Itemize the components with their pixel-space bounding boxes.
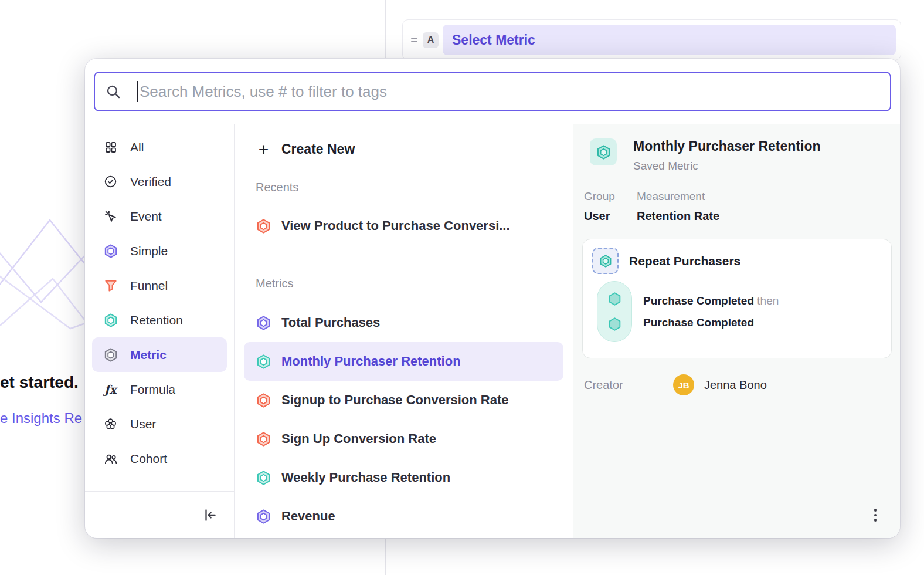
detail-meta: Group User Measurement Retention Rate xyxy=(584,190,900,223)
sidebar-item-formula[interactable]: ƒx Formula xyxy=(92,372,227,407)
metric-item-label: Signup to Purchase Conversion Rate xyxy=(281,393,509,408)
sidebar-item-label: Formula xyxy=(130,383,175,397)
recent-metric-item[interactable]: View Product to Purchase Conversi... xyxy=(244,207,563,245)
measurement-label: Measurement xyxy=(637,190,719,203)
metric-list-column: + Create New Recents View Product to Pur… xyxy=(235,124,573,538)
collapse-left-icon[interactable] xyxy=(202,508,218,523)
metric-item-total-purchases[interactable]: Total Purchases xyxy=(244,303,563,342)
text-caret xyxy=(137,81,138,102)
metric-picker-modal: All Verified Event xyxy=(85,59,900,538)
verified-badge-icon xyxy=(103,174,118,190)
sidebar-item-simple[interactable]: Simple xyxy=(92,234,227,268)
detail-subtitle: Saved Metric xyxy=(633,160,820,172)
sidebar-item-metric[interactable]: Metric xyxy=(92,337,227,372)
sidebar-item-label: All xyxy=(130,140,144,154)
sidebar-item-label: Cohort xyxy=(130,452,167,466)
metric-item-monthly-purchaser-retention[interactable]: Monthly Purchaser Retention xyxy=(244,342,563,381)
metric-item-revenue[interactable]: Revenue xyxy=(244,497,563,536)
detail-footer xyxy=(573,492,900,538)
search-input[interactable] xyxy=(140,83,879,101)
grid-icon xyxy=(103,139,118,155)
drag-handle-icon[interactable] xyxy=(409,38,419,42)
group-value: User xyxy=(584,209,637,223)
metric-definition-card: Repeat Purchasers Purchase Completed the… xyxy=(582,239,892,358)
metric-item-label: Revenue xyxy=(281,509,335,524)
definition-title: Repeat Purchasers xyxy=(629,254,740,268)
funnel-icon xyxy=(103,278,118,293)
sidebar-item-user[interactable]: User xyxy=(92,407,227,441)
metric-search-bar[interactable] xyxy=(94,72,891,111)
metric-item-label: View Product to Purchase Conversi... xyxy=(281,218,510,234)
metric-slot-row: A Select Metric xyxy=(402,19,901,60)
simple-hexagon-icon xyxy=(103,243,118,259)
event-hexagon-icon xyxy=(607,317,622,332)
recents-section-header: Recents xyxy=(244,168,563,207)
simple-metric-hexagon-icon xyxy=(256,315,271,331)
detail-title: Monthly Purchaser Retention xyxy=(633,138,820,154)
metric-item-label: Monthly Purchaser Retention xyxy=(281,354,461,369)
select-metric-field[interactable]: Select Metric xyxy=(443,25,896,55)
background-headline-fragment: et started. xyxy=(0,373,79,392)
retention-metric-hexagon-icon xyxy=(256,354,271,370)
detail-header: Monthly Purchaser Retention Saved Metric xyxy=(590,138,900,172)
measurement-value: Retention Rate xyxy=(637,209,719,223)
creator-row: Creator JB Jenna Bono xyxy=(584,374,900,395)
sidebar-item-event[interactable]: Event xyxy=(92,199,227,234)
simple-metric-hexagon-icon xyxy=(256,509,271,525)
creator-label: Creator xyxy=(584,378,673,392)
create-new-button[interactable]: + Create New xyxy=(244,130,563,168)
sidebar-footer xyxy=(85,491,234,538)
creator-avatar: JB xyxy=(673,374,694,395)
sidebar-item-label: Retention xyxy=(130,313,183,327)
group-label: Group xyxy=(584,190,637,203)
dashed-metric-icon xyxy=(592,248,619,274)
metric-item-label: Sign Up Conversion Rate xyxy=(281,431,436,447)
metric-item-label: Total Purchases xyxy=(281,315,380,330)
sidebar-item-label: Verified xyxy=(130,175,171,189)
sidebar-item-verified[interactable]: Verified xyxy=(92,164,227,199)
then-connector: then xyxy=(757,295,779,307)
flower-icon xyxy=(103,416,118,432)
funnel-metric-hexagon-icon xyxy=(256,393,271,408)
metrics-section-header: Metrics xyxy=(244,255,563,303)
sidebar-item-label: Simple xyxy=(130,244,168,258)
people-icon xyxy=(103,451,118,466)
event-sequence-pill xyxy=(597,281,632,342)
sidebar-item-cohort[interactable]: Cohort xyxy=(92,441,227,476)
create-new-label: Create New xyxy=(281,141,355,157)
sidebar-item-label: Event xyxy=(130,209,162,224)
formula-icon: ƒx xyxy=(103,381,118,397)
filter-sidebar: All Verified Event xyxy=(85,124,235,538)
more-options-icon[interactable] xyxy=(874,509,877,522)
retention-metric-badge-icon xyxy=(590,138,617,165)
sidebar-item-all[interactable]: All xyxy=(92,130,227,164)
metric-item-sign-up-conversion-rate[interactable]: Sign Up Conversion Rate xyxy=(244,420,563,458)
definition-step-1: Purchase Completed then xyxy=(643,295,779,307)
funnel-metric-hexagon-icon xyxy=(256,218,271,234)
sidebar-item-label: User xyxy=(130,417,156,431)
search-icon xyxy=(106,84,121,100)
retention-hexagon-icon xyxy=(103,312,118,328)
cursor-click-icon xyxy=(103,208,118,224)
metric-item-weekly-purchase-retention[interactable]: Weekly Purchase Retention xyxy=(244,458,563,497)
sidebar-item-label: Funnel xyxy=(130,279,168,293)
background-insights-link-fragment[interactable]: e Insights Re xyxy=(0,410,82,427)
creator-name: Jenna Bono xyxy=(704,378,767,392)
funnel-metric-hexagon-icon xyxy=(256,431,271,447)
retention-metric-hexagon-icon xyxy=(256,470,271,486)
metric-hexagon-icon xyxy=(103,347,118,363)
plus-icon: + xyxy=(256,141,271,157)
metric-item-signup-to-purchase-conversion-rate[interactable]: Signup to Purchase Conversion Rate xyxy=(244,381,563,420)
definition-step-2: Purchase Completed xyxy=(643,316,779,329)
event-letter-badge: A xyxy=(423,32,439,48)
sidebar-item-label: Metric xyxy=(130,348,167,362)
event-hexagon-icon xyxy=(607,292,622,306)
metric-detail-panel: Monthly Purchaser Retention Saved Metric… xyxy=(573,124,900,538)
sidebar-item-retention[interactable]: Retention xyxy=(92,303,227,337)
metric-item-label: Weekly Purchase Retention xyxy=(281,470,450,485)
sidebar-item-funnel[interactable]: Funnel xyxy=(92,268,227,303)
